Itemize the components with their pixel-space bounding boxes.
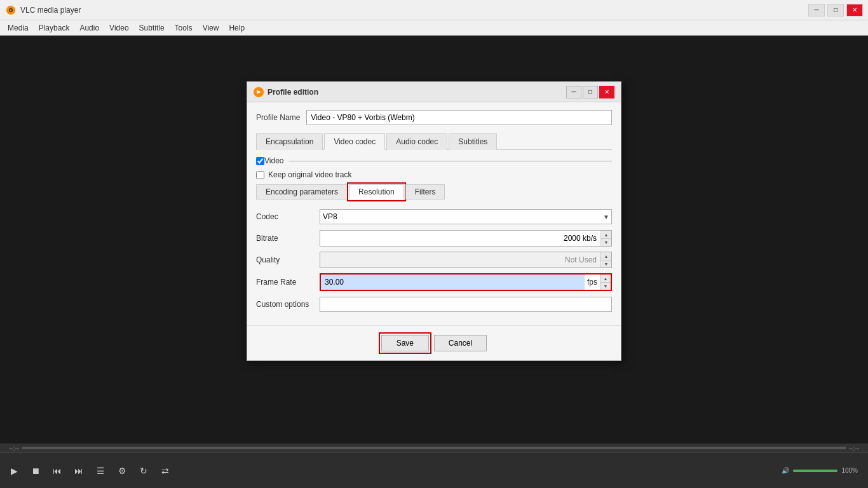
profile-name-label: Profile Name: [256, 113, 300, 122]
bitrate-increment-button[interactable]: ▲: [601, 231, 611, 238]
tab-audio-codec[interactable]: Audio codec: [386, 133, 447, 150]
bitrate-spinbox-buttons: ▲ ▼: [600, 231, 611, 246]
menu-view[interactable]: View: [198, 22, 224, 34]
framerate-control: fps ▲ ▼: [320, 273, 612, 291]
dialog-title-bar: ▶ Profile edition ─ □ ✕: [247, 82, 621, 102]
quality-decrement-button[interactable]: ▼: [601, 260, 611, 268]
menu-bar: Media Playback Audio Video Subtitle Tool…: [0, 20, 868, 36]
bitrate-label: Bitrate: [256, 234, 320, 243]
codec-select[interactable]: VP8: [320, 209, 612, 224]
svg-point-2: [10, 9, 12, 11]
app-title: VLC media player: [20, 6, 808, 15]
volume-fill: [793, 470, 837, 472]
codec-select-wrapper: VP8 ▼: [320, 209, 612, 224]
tab-video-codec[interactable]: Video codec: [324, 133, 385, 150]
dialog-minimize-button[interactable]: ─: [566, 86, 581, 98]
menu-playback[interactable]: Playback: [34, 22, 75, 34]
encoding-tabs: Encoding parameters Resolution Filters: [256, 184, 612, 200]
progress-track[interactable]: [22, 447, 846, 449]
menu-video[interactable]: Video: [104, 22, 133, 34]
framerate-label: Frame Rate: [256, 278, 320, 287]
dialog-body: Profile Name Encapsulation Video codec A…: [247, 102, 621, 325]
menu-audio[interactable]: Audio: [74, 22, 104, 34]
title-bar: VLC media player ─ □ ✕: [0, 0, 868, 20]
tab-resolution[interactable]: Resolution: [349, 184, 404, 200]
window-controls: ─ □ ✕: [808, 4, 863, 17]
maximize-button[interactable]: □: [827, 4, 844, 17]
bitrate-row: Bitrate ▲ ▼: [256, 230, 612, 247]
profile-name-input[interactable]: [306, 110, 612, 125]
progress-bar-area: --:-- --:--: [0, 444, 868, 452]
volume-area: 🔊 100%: [782, 467, 858, 474]
extended-button[interactable]: ⚙: [113, 462, 131, 480]
playlist-button[interactable]: ☰: [92, 462, 109, 480]
app-icon: [5, 4, 17, 16]
random-button[interactable]: ⇄: [156, 462, 174, 480]
framerate-row: Frame Rate fps ▲ ▼: [256, 273, 612, 291]
dialog-icon: ▶: [254, 87, 264, 97]
tab-encoding-parameters[interactable]: Encoding parameters: [256, 184, 348, 200]
bitrate-input[interactable]: [320, 231, 600, 246]
time-left: --:--: [9, 445, 19, 452]
quality-increment-button[interactable]: ▲: [601, 252, 611, 260]
dialog-footer: Save Cancel: [247, 325, 621, 360]
custom-options-input[interactable]: [320, 297, 612, 312]
quality-input[interactable]: [320, 252, 600, 268]
menu-subtitle[interactable]: Subtitle: [134, 22, 170, 34]
dialog-window-controls: ─ □ ✕: [566, 86, 614, 98]
video-label: Video: [264, 156, 283, 165]
volume-label: 100%: [841, 467, 858, 474]
keep-original-row: Keep original video track: [256, 170, 612, 179]
profile-edition-dialog: ▶ Profile edition ─ □ ✕ Profile Name Enc…: [247, 81, 621, 361]
playback-controls: ▶ ⏹ ⏮ ⏭ ☰ ⚙ ↻ ⇄: [5, 462, 174, 480]
custom-options-control: [320, 297, 612, 312]
save-button[interactable]: Save: [381, 335, 429, 351]
fps-unit-label: fps: [585, 274, 600, 290]
video-section-header: Video: [256, 156, 612, 165]
cancel-button[interactable]: Cancel: [434, 335, 487, 351]
quality-spinbox: ▲ ▼: [320, 252, 612, 268]
framerate-spinbox-buttons: ▲ ▼: [600, 274, 611, 290]
codec-label: Codec: [256, 212, 320, 221]
bottom-toolbar: ▶ ⏹ ⏮ ⏭ ☰ ⚙ ↻ ⇄ 🔊 100%: [0, 452, 868, 488]
time-right: --:--: [849, 445, 859, 452]
tab-filters[interactable]: Filters: [405, 184, 445, 200]
quality-label: Quality: [256, 255, 320, 264]
dialog-title: Profile edition: [268, 88, 566, 97]
bitrate-spinbox-container: ▲ ▼: [320, 230, 612, 247]
play-button[interactable]: ▶: [5, 462, 23, 480]
menu-media[interactable]: Media: [3, 22, 34, 34]
dialog-close-button[interactable]: ✕: [599, 86, 614, 98]
custom-options-row: Custom options: [256, 296, 612, 313]
minimize-button[interactable]: ─: [808, 4, 825, 17]
quality-row: Quality ▲ ▼: [256, 252, 612, 268]
menu-help[interactable]: Help: [224, 22, 250, 34]
video-checkbox[interactable]: [256, 157, 264, 165]
bitrate-spinbox: ▲ ▼: [320, 230, 612, 247]
tab-encapsulation[interactable]: Encapsulation: [256, 133, 323, 150]
keep-original-label: Keep original video track: [268, 170, 351, 179]
framerate-spinbox: fps ▲ ▼: [320, 273, 612, 291]
quality-spinbox-container: ▲ ▼: [320, 252, 612, 268]
codec-row: Codec VP8 ▼: [256, 208, 612, 225]
video-divider-line: [288, 161, 612, 161]
close-button[interactable]: ✕: [846, 4, 863, 17]
custom-options-label: Custom options: [256, 300, 320, 309]
loop-button[interactable]: ↻: [135, 462, 153, 480]
keep-original-checkbox[interactable]: [256, 171, 264, 179]
volume-icon: 🔊: [782, 467, 789, 474]
bitrate-decrement-button[interactable]: ▼: [601, 238, 611, 246]
framerate-decrement-button[interactable]: ▼: [600, 282, 611, 290]
main-tabs: Encapsulation Video codec Audio codec Su…: [256, 133, 612, 150]
menu-tools[interactable]: Tools: [170, 22, 198, 34]
quality-spinbox-buttons: ▲ ▼: [600, 252, 611, 268]
next-button[interactable]: ⏭: [70, 462, 88, 480]
dialog-maximize-button[interactable]: □: [583, 86, 598, 98]
framerate-input[interactable]: [321, 274, 585, 290]
profile-name-row: Profile Name: [256, 110, 612, 125]
tab-subtitles[interactable]: Subtitles: [449, 133, 497, 150]
prev-button[interactable]: ⏮: [48, 462, 66, 480]
stop-button[interactable]: ⏹: [27, 462, 44, 480]
framerate-increment-button[interactable]: ▲: [600, 274, 611, 282]
volume-bar[interactable]: [793, 470, 837, 472]
